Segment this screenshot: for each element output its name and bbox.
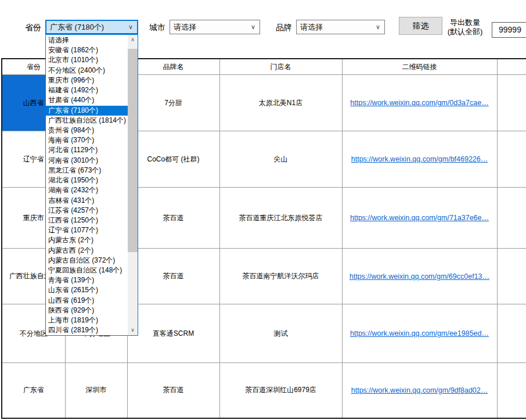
dropdown-item[interactable]: 江苏省 (4257个) (46, 206, 128, 216)
cell-brand: 7分甜 (127, 75, 219, 131)
dropdown-item[interactable]: 河北省 (1129个) (46, 145, 128, 155)
dropdown-item[interactable]: 广东省 (7180个) (46, 106, 128, 116)
cell-store: 茶百道深圳红山6979店 (219, 363, 342, 418)
province-combobox-value: 广东省 (7180个) (50, 23, 104, 31)
cell-store: 茶百道南宁航洋沃尔玛店 (219, 249, 342, 304)
cell-extra (497, 363, 526, 418)
cell-extra (497, 75, 526, 131)
brand-combobox-value: 请选择 (300, 23, 323, 31)
cell-store: 测试 (219, 304, 342, 363)
dropdown-item[interactable]: 河南省 (3010个) (46, 156, 128, 166)
cell-extra (497, 249, 526, 304)
brand-combobox[interactable]: 请选择 ∨ (296, 20, 385, 34)
cell-brand: 茶百道 (127, 363, 219, 418)
dropdown-item[interactable]: 上海市 (1819个) (46, 315, 128, 325)
dropdown-item[interactable]: 请选择 (46, 35, 128, 45)
dropdown-item[interactable]: 湖南省 (2432个) (46, 185, 128, 195)
header-brand: 品牌名 (127, 59, 219, 75)
dropdown-item[interactable]: 甘肃省 (440个) (46, 95, 128, 105)
brand-label: 品牌 (276, 23, 292, 32)
dropdown-item[interactable]: 山东省 (2615个) (46, 285, 128, 295)
province-dropdown-list: 请选择安徽省 (1862个)北京市 (1010个)不分地区 (2400个)重庆市… (45, 34, 138, 336)
dropdown-item[interactable]: 宁夏回族自治区 (148个) (46, 265, 128, 275)
cell-store: 太原北美N1店 (219, 75, 342, 131)
province-dropdown-items: 请选择安徽省 (1862个)北京市 (1010个)不分地区 (2400个)重庆市… (46, 35, 128, 335)
chevron-down-icon: ∨ (376, 20, 380, 34)
cell-brand: 直客通SCRM (127, 304, 219, 363)
dropdown-item[interactable]: 内蒙古自治区 (372个) (46, 256, 128, 265)
chevron-down-icon: ∨ (128, 21, 133, 33)
dropdown-item[interactable]: 安徽省 (1862个) (46, 45, 128, 55)
dropdown-item[interactable]: 不分地区 (2400个) (46, 66, 128, 76)
dropdown-item[interactable]: 北京市 (1010个) (46, 55, 128, 65)
scrollbar-thumb[interactable] (128, 49, 138, 252)
cell-brand: 茶百道 (127, 249, 219, 304)
dropdown-item[interactable]: 贵州省 (984个) (46, 125, 128, 135)
qrcode-link[interactable]: https://work.weixin.qq.com/gm/bf469226… (351, 155, 488, 163)
export-count-label: 导出数量 (默认全部) (442, 18, 488, 37)
dropdown-item[interactable]: 吉林省 (431个) (46, 196, 128, 206)
city-combobox[interactable]: 请选择 ∨ (170, 20, 260, 34)
city-label: 城市 (149, 23, 165, 32)
dropdown-item[interactable]: 江西省 (1250个) (46, 216, 128, 225)
table-row: 广东省 深圳市 茶百道 茶百道深圳红山6979店 https://work.we… (2, 363, 526, 418)
province-combobox[interactable]: 广东省 (7180个) ∨ (45, 20, 138, 34)
province-label: 省份 (25, 23, 41, 32)
qrcode-link[interactable]: https://work.weixin.qq.com/gm/9df8ad02… (351, 386, 488, 394)
dropdown-item[interactable]: 四川省 (2819个) (46, 325, 128, 335)
dropdown-item[interactable]: 陕西省 (929个) (46, 306, 128, 315)
dropdown-item[interactable]: 内蒙古西 (2个) (46, 246, 128, 256)
qrcode-link[interactable]: https://work.weixin.qq.com/gm/69cc0ef13… (350, 272, 489, 281)
dropdown-item[interactable]: 辽宁省 (1077个) (46, 225, 128, 235)
qrcode-link[interactable]: https://work.weixin.qq.com/gm/71a37e6e… (350, 214, 489, 222)
city-combobox-value: 请选择 (174, 23, 196, 31)
cell-extra (497, 304, 526, 363)
dropdown-item[interactable]: 湖北省 (1950个) (46, 175, 128, 185)
dropdown-item[interactable]: 黑龙江省 (673个) (46, 166, 128, 175)
header-qrcode-link: 二维码链接 (342, 59, 497, 75)
dropdown-item[interactable]: 福建省 (1492个) (46, 85, 128, 95)
qrcode-link[interactable]: https://work.weixin.qq.com/gm/ee1985ed… (350, 329, 489, 338)
dropdown-item[interactable]: 重庆市 (996个) (46, 76, 128, 85)
dropdown-item[interactable]: 内蒙古东 (2个) (46, 235, 128, 245)
header-store: 门店名 (219, 59, 342, 75)
chevron-down-icon: ∨ (251, 20, 255, 34)
export-count-label-line1: 导出数量 (442, 18, 488, 27)
filter-button[interactable]: 筛选 (399, 17, 442, 35)
cell-extra (497, 188, 526, 249)
dropdown-item[interactable]: 青海省 (139个) (46, 275, 128, 285)
cell-city: 深圳市 (65, 363, 127, 418)
cell-extra (497, 131, 526, 188)
cell-brand: CoCo都可 (社群) (127, 131, 219, 188)
cell-store: 茶百道重庆江北东原悦荟店 (219, 188, 342, 249)
dropdown-item[interactable]: 海南省 (370个) (46, 135, 128, 145)
dropdown-item[interactable]: 山西省 (619个) (46, 296, 128, 306)
header-extra (497, 59, 526, 75)
dropdown-scrollbar[interactable]: ∧ ∨ (128, 35, 138, 335)
qrcode-link[interactable]: https://work.weixin.qq.com/gm/0d3a7cae… (350, 99, 488, 107)
scroll-up-icon[interactable]: ∧ (128, 35, 138, 45)
cell-province: 广东省 (2, 363, 65, 418)
export-count-label-line2: (默认全部) (442, 27, 488, 37)
cell-brand: 茶百道 (127, 188, 219, 249)
dropdown-item[interactable]: 广西壮族自治区 (1814个) (46, 116, 128, 125)
screen: 省份 广东省 (7180个) ∨ 城市 请选择 ∨ 品牌 请选择 ∨ 筛选 导出… (0, 0, 526, 420)
cell-store: 尖山 (219, 131, 342, 188)
export-count-input[interactable]: 99999 (492, 22, 526, 38)
scroll-down-icon[interactable]: ∨ (128, 325, 138, 335)
